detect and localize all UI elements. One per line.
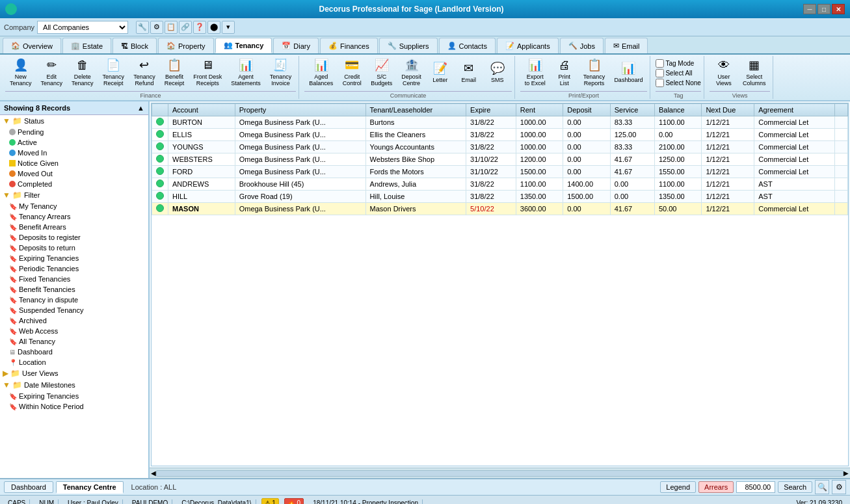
export-excel-button[interactable]: 📊Exportto Excel xyxy=(520,56,550,90)
tab-finances[interactable]: 💰 Finances xyxy=(320,38,378,53)
arrears-button[interactable]: Arrears xyxy=(698,481,734,493)
select-all-checkbox[interactable]: Select All xyxy=(656,69,700,77)
new-tenancy-button[interactable]: 👤NewTenancy xyxy=(5,56,36,90)
scroll-left-btn[interactable]: ◀ xyxy=(151,470,156,477)
hscroll-track[interactable] xyxy=(156,470,843,477)
search-button[interactable]: Search xyxy=(778,481,812,493)
minimize-button[interactable]: ─ xyxy=(803,4,816,14)
print-list-button[interactable]: 🖨PrintList xyxy=(550,56,579,90)
tab-suppliers[interactable]: 🔧 Suppliers xyxy=(379,38,438,53)
wrench-icon[interactable]: 🔧 xyxy=(136,21,149,34)
filter-icon-btn[interactable]: ⚙ xyxy=(832,480,846,494)
sidebar-item-expiring2[interactable]: 🔖 Expiring Tenancies xyxy=(0,391,148,401)
tab-tenancy[interactable]: 👥 Tenancy xyxy=(215,38,272,53)
sidebar-item-user-views[interactable]: ▶ 📁 User Views xyxy=(0,367,148,379)
tab-email[interactable]: ✉ Email xyxy=(605,38,648,53)
tab-diary[interactable]: 📅 Diary xyxy=(273,38,319,53)
sidebar-item-benefit[interactable]: 🔖 Benefit Tenancies xyxy=(0,284,148,295)
sidebar-item-notice-given[interactable]: Notice Given xyxy=(0,158,148,168)
sidebar-item-dashboard[interactable]: 🖥 Dashboard xyxy=(0,347,148,357)
table-row[interactable]: ANDREWSBrookhouse Hill (45)Andrews, Juli… xyxy=(152,178,848,191)
tab-overview[interactable]: 🏠 Overview xyxy=(3,38,61,53)
tab-block[interactable]: 🏗 Block xyxy=(113,38,157,53)
circle-icon[interactable]: ⬤ xyxy=(207,21,220,34)
tab-tenancy-centre-bottom[interactable]: Tenancy Centre xyxy=(56,481,124,494)
sidebar-item-within-notice[interactable]: 🔖 Within Notice Period xyxy=(0,401,148,412)
sidebar-item-moved-in[interactable]: Moved In xyxy=(0,148,148,158)
tab-property[interactable]: 🏠 Property xyxy=(158,38,214,53)
tab-jobs[interactable]: 🔨 Jobs xyxy=(560,38,604,53)
col-header-tenant[interactable]: Tenant/Leaseholder xyxy=(365,104,466,116)
sidebar-item-my-tenancy[interactable]: 🔖 My Tenancy xyxy=(0,201,148,211)
tab-contacts[interactable]: 👤 Contacts xyxy=(439,38,496,53)
col-header-account[interactable]: Account xyxy=(168,104,235,116)
sidebar-item-filter[interactable]: ▼ 📁 Filter xyxy=(0,189,148,201)
settings-icon[interactable]: ⚙ xyxy=(150,21,163,34)
close-button[interactable]: ✕ xyxy=(832,4,845,14)
select-none-checkbox[interactable]: Select None xyxy=(656,79,700,87)
tenancy-receipt-button[interactable]: 📄TenancyReceipt xyxy=(98,56,129,90)
col-header-deposit[interactable]: Deposit xyxy=(563,104,610,116)
dashboard-button[interactable]: 📊Dashboard xyxy=(609,56,647,90)
sidebar-item-pending[interactable]: Pending xyxy=(0,127,148,137)
tab-dashboard-bottom[interactable]: Dashboard xyxy=(4,481,53,493)
user-views-button[interactable]: 👁UserViews xyxy=(710,56,738,90)
tab-estate[interactable]: 🏢 Estate xyxy=(62,38,111,53)
email-ribbon-button[interactable]: ✉Email xyxy=(455,56,483,90)
sidebar-item-suspended[interactable]: 🔖 Suspended Tenancy xyxy=(0,305,148,315)
table-row[interactable]: WEBSTERSOmega Business Park (U...Webster… xyxy=(152,153,848,166)
credit-control-button[interactable]: 💳CreditControl xyxy=(338,56,366,90)
col-header-service[interactable]: Service xyxy=(610,104,654,116)
edit-tenancy-button[interactable]: ✏EditTenancy xyxy=(36,56,68,90)
search-icon-btn[interactable]: 🔍 xyxy=(815,480,829,494)
sidebar-item-dispute[interactable]: 🔖 Tenancy in dispute xyxy=(0,295,148,305)
sms-button[interactable]: 💬SMS xyxy=(483,56,512,90)
front-desk-receipts-button[interactable]: 🖥Front DeskReceipts xyxy=(189,56,226,90)
link-icon[interactable]: 🔗 xyxy=(179,21,192,34)
sidebar-item-archived[interactable]: 🔖 Archived xyxy=(0,315,148,326)
col-header-agreement[interactable]: Agreement xyxy=(754,104,835,116)
horizontal-scrollbar[interactable]: ◀ ▶ xyxy=(150,468,850,478)
table-row[interactable]: FORDOmega Business Park (U...Fords the M… xyxy=(152,166,848,178)
sidebar-item-expiring-tenancies[interactable]: 🔖 Expiring Tenancies xyxy=(0,253,148,263)
select-columns-button[interactable]: ▦SelectColumns xyxy=(738,56,771,90)
delete-tenancy-button[interactable]: 🗑DeleteTenancy xyxy=(67,56,98,90)
sidebar-item-all-tenancy[interactable]: 🔖 All Tenancy xyxy=(0,336,148,347)
sidebar-item-active[interactable]: Active xyxy=(0,137,148,148)
tenancy-refund-button[interactable]: ↩TenancyRefund xyxy=(129,56,160,90)
sidebar-item-location[interactable]: 📍 Location xyxy=(0,357,148,367)
tenancy-table-container[interactable]: Account Property Tenant/Leaseholder Expi… xyxy=(151,103,849,466)
letter-button[interactable]: 📝Letter xyxy=(426,56,455,90)
sidebar-item-periodic[interactable]: 🔖 Periodic Tenancies xyxy=(0,263,148,274)
col-header-expire[interactable]: Expire xyxy=(466,104,516,116)
sidebar-item-benefit-arrears[interactable]: 🔖 Benefit Arrears xyxy=(0,222,148,232)
benefit-receipt-button[interactable]: 📋BenefitReceipt xyxy=(160,56,189,90)
sidebar-item-completed[interactable]: Completed xyxy=(0,179,148,189)
warning-indicator[interactable]: ⚠ 1 xyxy=(261,498,279,504)
sidebar-item-fixed[interactable]: 🔖 Fixed Tenancies xyxy=(0,274,148,284)
help-icon[interactable]: ❓ xyxy=(193,21,206,34)
tenancy-invoice-button[interactable]: 🧾TenancyInvoice xyxy=(265,56,297,90)
col-header-extra[interactable] xyxy=(835,104,848,116)
sidebar-item-status[interactable]: ▼ 📁 Status xyxy=(0,115,148,127)
sidebar-item-web-access[interactable]: 🔖 Web Access xyxy=(0,326,148,336)
tab-applicants[interactable]: 📝 Applicants xyxy=(497,38,559,53)
table-row[interactable]: ELLISOmega Business Park (U...Ellis the … xyxy=(152,129,848,141)
table-row[interactable]: BURTONOmega Business Park (U...Burtons31… xyxy=(152,116,848,129)
tenancy-reports-button[interactable]: 📋TenancyReports xyxy=(579,56,610,90)
dropdown-icon[interactable]: ▾ xyxy=(222,21,235,34)
deposit-centre-button[interactable]: 🏦DepositCentre xyxy=(397,56,426,90)
col-header-next-due[interactable]: Next Due xyxy=(702,104,754,116)
fire-indicator[interactable]: 🔥 0 xyxy=(284,498,304,504)
sidebar-item-moved-out[interactable]: Moved Out xyxy=(0,168,148,179)
col-header-status[interactable] xyxy=(152,104,168,116)
company-dropdown[interactable]: All Companies xyxy=(37,21,128,34)
sidebar-item-tenancy-arrears[interactable]: 🔖 Tenancy Arrears xyxy=(0,211,148,222)
table-row[interactable]: MASONOmega Business Park (U...Mason Driv… xyxy=(152,203,848,215)
legend-button[interactable]: Legend xyxy=(660,481,696,493)
sc-budgets-button[interactable]: 📈S/CBudgets xyxy=(366,56,397,90)
col-header-rent[interactable]: Rent xyxy=(516,104,563,116)
table-row[interactable]: HILLGrove Road (19)Hill, Louise31/8/2213… xyxy=(152,191,848,203)
sidebar-item-date-milestones[interactable]: ▼ 📁 Date Milestones xyxy=(0,379,148,391)
col-header-balance[interactable]: Balance xyxy=(654,104,701,116)
